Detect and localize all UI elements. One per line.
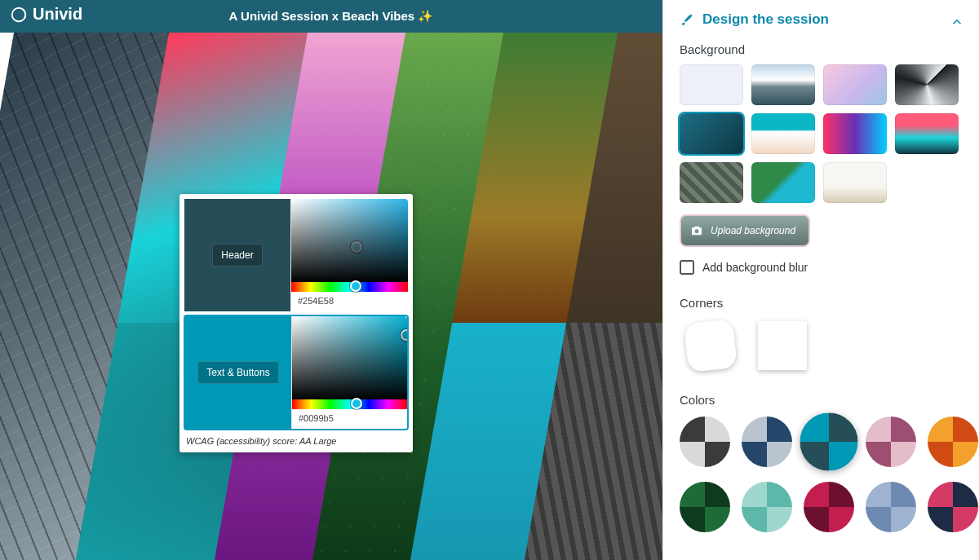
- hue-handle[interactable]: [351, 398, 362, 409]
- corners-rounded-option[interactable]: [684, 319, 738, 373]
- design-panel-title: Design the session: [702, 11, 829, 28]
- background-thumb[interactable]: [823, 162, 887, 203]
- background-blur-label: Add background blur: [702, 261, 808, 274]
- color-palette[interactable]: [928, 482, 978, 532]
- session-title: A Univid Session x Beach Vibes ✨: [229, 9, 434, 24]
- background-section-title: Background: [663, 36, 979, 61]
- wcag-score: WCAG (accessibility) score: AA Large: [181, 433, 411, 449]
- corners-options: [663, 315, 979, 386]
- checkbox-box: [680, 260, 694, 275]
- camera-icon: [689, 223, 704, 238]
- color-palettes: [663, 412, 979, 549]
- background-thumb[interactable]: [680, 64, 743, 105]
- saturation-field[interactable]: [292, 316, 407, 399]
- color-palette[interactable]: [800, 412, 857, 470]
- app-header: Univid A Univid Session x Beach Vibes ✨: [0, 0, 662, 33]
- design-panel: Design the session Background Upload bac…: [662, 0, 979, 560]
- colors-section-title: Colors: [663, 386, 979, 412]
- color-palette[interactable]: [680, 417, 730, 467]
- color-palette[interactable]: [866, 482, 916, 532]
- background-thumb[interactable]: [895, 113, 959, 154]
- textbuttons-hex-value[interactable]: #0099b5: [292, 409, 407, 429]
- hue-slider[interactable]: [291, 282, 408, 292]
- upload-background-button[interactable]: Upload background: [680, 214, 810, 247]
- background-thumb[interactable]: [823, 113, 887, 154]
- hue-handle[interactable]: [350, 280, 361, 292]
- header-hex-value[interactable]: #254E58: [291, 292, 408, 311]
- color-picker-panel: Header #254E58 Text & Buttons: [179, 194, 413, 452]
- corners-section-title: Corners: [663, 289, 979, 315]
- color-palette[interactable]: [742, 482, 792, 532]
- background-thumb[interactable]: [751, 162, 815, 203]
- color-palette[interactable]: [928, 417, 978, 467]
- brand-icon: [10, 6, 28, 24]
- textbuttons-swatch-label: Text & Buttons: [197, 361, 278, 384]
- saturation-cursor[interactable]: [401, 329, 407, 341]
- header-swatch-label: Header: [212, 244, 262, 267]
- color-palette[interactable]: [804, 482, 854, 532]
- color-palette[interactable]: [742, 417, 792, 467]
- background-thumbnails: [663, 61, 979, 211]
- brush-icon: [680, 12, 694, 27]
- preview-stage: Header #254E58 Text & Buttons: [0, 33, 662, 560]
- background-thumb[interactable]: [680, 162, 743, 203]
- header-color-picker[interactable]: Header #254E58: [184, 198, 409, 312]
- background-thumb[interactable]: [895, 64, 959, 105]
- text-buttons-color-picker[interactable]: Text & Buttons #0099b5: [184, 315, 409, 430]
- background-thumb[interactable]: [823, 64, 887, 105]
- hue-slider[interactable]: [292, 399, 407, 409]
- color-palette[interactable]: [866, 417, 916, 467]
- saturation-cursor[interactable]: [351, 241, 362, 253]
- design-panel-header[interactable]: Design the session: [663, 0, 979, 36]
- color-palette[interactable]: [680, 482, 730, 532]
- saturation-field[interactable]: [291, 199, 408, 282]
- brand-logo: Univid: [10, 5, 82, 24]
- background-thumb[interactable]: [751, 113, 815, 154]
- background-thumb[interactable]: [751, 64, 815, 105]
- svg-point-1: [695, 229, 699, 233]
- background-blur-checkbox[interactable]: Add background blur: [663, 257, 979, 289]
- chevron-up-icon[interactable]: [950, 15, 964, 29]
- corners-square-option[interactable]: [758, 321, 807, 370]
- background-thumb[interactable]: [680, 113, 743, 154]
- brand-name: Univid: [33, 5, 82, 24]
- upload-background-label: Upload background: [711, 225, 795, 236]
